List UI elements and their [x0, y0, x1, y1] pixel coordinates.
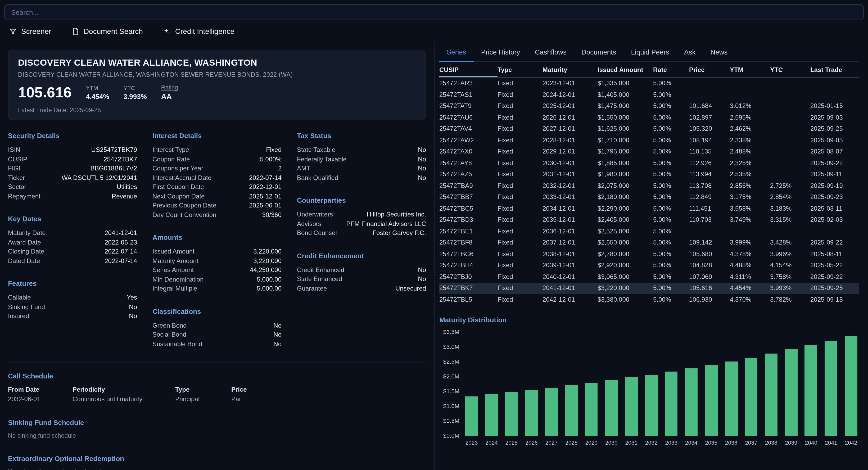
table-cell: 4.378%: [730, 249, 770, 260]
tab-cashflows[interactable]: Cashflows: [527, 42, 574, 62]
table-cell: 105.680: [689, 249, 730, 260]
field-label: Series Amount: [152, 266, 194, 275]
rating-label[interactable]: Rating: [161, 84, 178, 91]
call-schedule-grid: From Date2032-06-01PeriodicityContinuous…: [8, 386, 426, 403]
maturity-distribution-chart: $0.0M$0.5M$1.0M$1.5M$2.0M$2.5M$3.0M$3.5M…: [439, 333, 859, 446]
table-row[interactable]: 25472TAU6Fixed2026-12-01$1,550,0005.00%1…: [439, 112, 859, 123]
column-header-rate[interactable]: Rate: [653, 62, 689, 78]
table-row[interactable]: 25472TAY8Fixed2030-12-01$1,885,0005.00%1…: [439, 157, 859, 169]
detail-grid: Security DetailsISINUS25472TBK79CUSIP254…: [8, 132, 426, 363]
table-cell: 113.994: [689, 169, 730, 180]
table-cell: 5.00%: [653, 226, 689, 237]
detail-column: Security DetailsISINUS25472TBK79CUSIP254…: [8, 132, 137, 363]
nav-item-screener[interactable]: Screener: [9, 27, 51, 35]
field-label: Insured: [8, 312, 29, 321]
field-value: No: [418, 155, 426, 164]
table-cell: 2035-12-01: [542, 214, 597, 226]
table-cell: 2025-09-25: [810, 123, 859, 135]
table-row[interactable]: 25472TAV4Fixed2027-12-01$1,625,0005.00%1…: [439, 123, 859, 135]
table-cell: 2040-12-01: [542, 271, 597, 283]
field-label: Maturity Amount: [152, 256, 198, 266]
field-label: Repayment: [8, 192, 40, 201]
chart-bar: [705, 365, 718, 436]
x-axis-tick-label: 2036: [723, 439, 739, 446]
table-row[interactable]: 25472TAZ5Fixed2031-12-01$1,980,0005.00%1…: [439, 169, 859, 180]
field-row: Federally TaxableNo: [297, 155, 426, 164]
tab-price-history[interactable]: Price History: [474, 42, 527, 62]
table-row[interactable]: 25472TBG6Fixed2038-12-01$2,780,0005.00%1…: [439, 249, 859, 260]
table-cell: 4.454%: [730, 283, 770, 294]
table-row[interactable]: 25472TBH4Fixed2039-12-01$2,920,0005.00%1…: [439, 260, 859, 271]
field-label: Sector: [8, 183, 26, 192]
field-row: Bond CounselFoster Garvey P.C.: [297, 229, 426, 238]
field-value: 2022-07-14: [249, 173, 282, 183]
table-cell: $1,885,000: [597, 157, 653, 169]
table-row[interactable]: 25472TBE1Fixed2036-12-01$2,525,0005.00%: [439, 226, 859, 237]
nav-label-credit-intelligence: Credit Intelligence: [175, 27, 235, 35]
field-label: Next Coupon Date: [152, 192, 205, 201]
table-row[interactable]: 25472TBC5Fixed2034-12-01$2,290,0005.00%1…: [439, 203, 859, 214]
table-row[interactable]: 25472TAW2Fixed2028-12-01$1,710,0005.00%1…: [439, 135, 859, 146]
column-header-price[interactable]: Price: [689, 62, 730, 78]
detail-section-features: FeaturesCallableYesSinking FundNoInsured…: [8, 279, 137, 321]
tab-bar: SeriesPrice HistoryCashflowsDocumentsLiq…: [439, 42, 859, 62]
section-title: Key Dates: [8, 215, 137, 223]
field-row: CUSIP25472TBK7: [8, 155, 137, 164]
table-cell: 2025-09-11: [810, 169, 859, 180]
section-title: Amounts: [152, 233, 282, 241]
call-field-label: Price: [231, 386, 295, 393]
table-cell: 110.703: [689, 214, 730, 226]
table-cell: $2,780,000: [597, 249, 653, 260]
tab-news[interactable]: News: [703, 42, 735, 62]
search-input[interactable]: [4, 4, 864, 20]
table-cell: 2033-12-01: [542, 192, 597, 203]
table-row[interactable]: 25472TAX0Fixed2029-12-01$1,795,0005.00%1…: [439, 146, 859, 157]
table-cell: 25472TBE1: [439, 226, 497, 237]
y-axis-tick-label: $1.0M: [443, 403, 459, 409]
column-header-issued-amount[interactable]: Issued Amount: [597, 62, 653, 78]
table-cell: [810, 89, 859, 100]
field-value: 5.000%: [260, 155, 282, 164]
tab-series[interactable]: Series: [439, 42, 474, 62]
table-cell: 110.135: [689, 146, 730, 157]
column-header-ytc[interactable]: YTC: [770, 62, 810, 78]
column-header-maturity[interactable]: Maturity: [542, 62, 597, 78]
x-axis-tick-label: 2041: [823, 439, 839, 446]
chart-bar-slot: [584, 383, 599, 436]
table-row[interactable]: 25472TAR3Fixed2023-12-01$1,335,0005.00%: [439, 78, 859, 89]
y-axis-tick-label: $2.0M: [443, 374, 459, 379]
table-row[interactable]: 25472TBL5Fixed2042-12-01$3,380,0005.00%1…: [439, 294, 859, 305]
column-header-type[interactable]: Type: [497, 62, 542, 78]
table-cell: Fixed: [497, 89, 542, 100]
tab-liquid-peers[interactable]: Liquid Peers: [624, 42, 677, 62]
table-row[interactable]: 25472TAS1Fixed2024-12-01$1,405,0005.00%: [439, 89, 859, 100]
field-row: Green BondNo: [152, 321, 282, 330]
table-row[interactable]: 25472TBB7Fixed2033-12-01$2,180,0005.00%1…: [439, 192, 859, 203]
table-cell: $1,335,000: [597, 78, 653, 89]
column-header-cusip[interactable]: CUSIP: [439, 62, 497, 78]
tab-ask[interactable]: Ask: [677, 42, 703, 62]
table-cell: 2028-12-01: [542, 135, 597, 146]
x-axis-tick-label: 2026: [523, 439, 539, 446]
column-header-last-trade[interactable]: Last Trade: [810, 62, 859, 78]
table-row[interactable]: 25472TBD3Fixed2035-12-01$2,405,0005.00%1…: [439, 214, 859, 226]
table-row[interactable]: 25472TBA9Fixed2032-12-01$2,075,0005.00%1…: [439, 180, 859, 192]
table-row[interactable]: 25472TBJ0Fixed2040-12-01$3,065,0005.00%1…: [439, 271, 859, 283]
chart-bar-slot: [563, 385, 579, 436]
field-value: 2022-07-14: [104, 256, 137, 266]
x-axis-tick-label: 2028: [563, 439, 579, 446]
table-cell: [770, 169, 810, 180]
column-header-ytm[interactable]: YTM: [730, 62, 770, 78]
tab-documents[interactable]: Documents: [574, 42, 624, 62]
nav-item-document-search[interactable]: Document Search: [71, 27, 143, 35]
table-row[interactable]: 25472TAT9Fixed2025-12-01$1,475,0005.00%1…: [439, 100, 859, 112]
table-cell: 5.00%: [653, 271, 689, 283]
nav-item-credit-intelligence[interactable]: Credit Intelligence: [163, 27, 235, 35]
table-cell: 109.142: [689, 237, 730, 249]
field-value: 2025-06-01: [249, 201, 282, 210]
field-row: Interest TypeFixed: [152, 146, 282, 155]
table-cell: 2.462%: [730, 123, 770, 135]
table-row[interactable]: 25472TBF8Fixed2037-12-01$2,650,0005.00%1…: [439, 237, 859, 249]
table-row[interactable]: 25472TBK7Fixed2041-12-01$3,220,0005.00%1…: [439, 283, 859, 294]
table-cell: 2025-09-19: [810, 180, 859, 192]
